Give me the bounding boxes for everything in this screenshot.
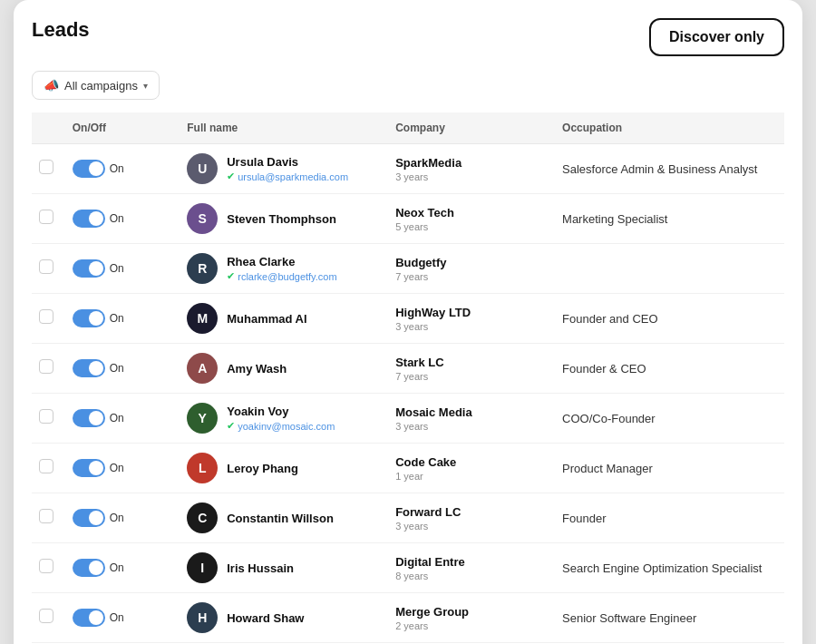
row-checkbox[interactable] [39, 160, 53, 174]
col-occupation: Occupation [555, 112, 784, 144]
name-info: Leroy Phang [227, 462, 298, 475]
toggle-label: On [110, 312, 124, 325]
occupation: Founder and CEO [555, 294, 784, 344]
full-name: Rhea Clarke [227, 255, 336, 268]
email-text: ✔ ursula@sparkmedia.com [227, 171, 348, 182]
table-row: On Y Yoakin Voy ✔ yoakinv@mosaic.com Mos… [32, 394, 784, 444]
avatar: Y [187, 403, 218, 434]
chevron-down-icon: ▾ [143, 81, 148, 91]
table-row: On C Constantin Willson Forward LC 3 yea… [32, 493, 784, 543]
company-years: 3 years [395, 171, 548, 182]
occupation [555, 244, 784, 294]
full-name: Iris Hussain [227, 561, 294, 575]
company-years: 3 years [395, 521, 548, 532]
toggle-switch[interactable] [73, 210, 105, 228]
toggle-label: On [110, 512, 124, 524]
full-name: Leroy Phang [227, 462, 298, 475]
name-cell: C Constantin Willson [187, 503, 381, 533]
table-row: On A Amy Wash Stark LC 7 years Founder &… [32, 344, 784, 394]
email-text: ✔ yoakinv@mosaic.com [227, 420, 335, 432]
company-years: 3 years [395, 321, 548, 332]
email-address: rclarke@budgetfy.com [238, 271, 336, 282]
table-row: On M Muhammad Al HighWay LTD 3 years Fou… [32, 294, 784, 344]
toggle-switch[interactable] [73, 609, 105, 627]
col-onoff: On/Off [65, 112, 180, 144]
toggle-switch[interactable] [73, 409, 105, 427]
col-fullname: Full name [180, 112, 388, 144]
company-cell: HighWay LTD 3 years [395, 306, 548, 332]
toggle-wrap: On [73, 210, 172, 228]
table-row: On I Iris Hussain Digital Entre 8 years … [32, 543, 784, 593]
verified-icon: ✔ [227, 171, 235, 182]
toggle-wrap: On [73, 559, 172, 577]
name-cell: H Howard Shaw [187, 602, 381, 633]
occupation: Senior Software Engineer [555, 593, 784, 643]
row-checkbox[interactable] [39, 359, 53, 374]
toggle-switch[interactable] [73, 459, 105, 477]
name-cell: U Ursula Davis ✔ ursula@sparkmedia.com [187, 153, 381, 184]
company-years: 5 years [395, 221, 548, 232]
full-name: Amy Wash [227, 362, 287, 376]
company-name: Stark LC [395, 356, 548, 369]
campaigns-label: All campaigns [64, 79, 138, 93]
full-name: Constantin Willson [227, 512, 334, 525]
company-cell: Code Cake 1 year [395, 455, 548, 482]
row-checkbox[interactable] [39, 210, 53, 224]
row-checkbox[interactable] [39, 609, 53, 623]
name-cell: I Iris Hussain [187, 552, 381, 583]
row-checkbox[interactable] [39, 559, 53, 573]
name-info: Rhea Clarke ✔ rclarke@budgetfy.com [227, 255, 336, 282]
toggle-switch[interactable] [73, 259, 105, 278]
discover-only-button[interactable]: Discover only [649, 18, 784, 56]
campaigns-filter-button[interactable]: 📣 All campaigns ▾ [32, 71, 160, 100]
row-checkbox[interactable] [39, 259, 53, 274]
avatar: L [187, 453, 218, 483]
toggle-wrap: On [73, 359, 172, 377]
email-address: yoakinv@mosaic.com [238, 421, 335, 432]
name-cell: L Leroy Phang [187, 453, 381, 483]
company-name: Code Cake [395, 455, 548, 469]
toggle-switch[interactable] [73, 559, 105, 577]
row-checkbox[interactable] [39, 459, 53, 473]
toggle-switch[interactable] [73, 509, 105, 527]
company-cell: Mosaic Media 3 years [395, 405, 548, 432]
company-name: HighWay LTD [395, 306, 548, 319]
toggle-label: On [110, 362, 124, 375]
name-cell: M Muhammad Al [187, 303, 381, 334]
avatar: I [187, 552, 218, 583]
row-checkbox[interactable] [39, 409, 53, 424]
page-title: Leads [32, 18, 90, 42]
toggle-switch[interactable] [73, 309, 105, 327]
leads-table: On/Off Full name Company Occupation On U… [32, 112, 784, 644]
verified-icon: ✔ [227, 270, 235, 282]
toggle-label: On [110, 611, 124, 624]
company-name: SparkMedia [395, 156, 548, 170]
table-row: On U Ursula Davis ✔ ursula@sparkmedia.co… [32, 144, 784, 194]
toggle-switch[interactable] [73, 359, 105, 377]
col-checkbox [32, 112, 65, 144]
company-years: 8 years [395, 571, 548, 581]
full-name: Howard Shaw [227, 611, 304, 625]
name-info: Amy Wash [227, 362, 287, 376]
avatar: S [187, 203, 218, 234]
name-info: Ursula Davis ✔ ursula@sparkmedia.com [227, 155, 348, 182]
row-checkbox[interactable] [39, 309, 53, 324]
page-header: Leads Discover only [32, 18, 784, 56]
company-name: Forward LC [395, 505, 548, 519]
company-name: Merge Group [395, 605, 548, 619]
table-row: On S Steven Thomphson Neox Tech 5 years … [32, 194, 784, 244]
avatar: C [187, 503, 218, 533]
toggle-wrap: On [73, 309, 172, 327]
row-checkbox[interactable] [39, 509, 53, 523]
name-info: Yoakin Voy ✔ yoakinv@mosaic.com [227, 405, 335, 432]
toggle-label: On [110, 162, 124, 175]
email-text: ✔ rclarke@budgetfy.com [227, 270, 336, 282]
toggle-wrap: On [73, 160, 172, 178]
company-cell: Neox Tech 5 years [395, 206, 548, 232]
toggle-switch[interactable] [73, 160, 105, 178]
company-name: Mosaic Media [395, 405, 548, 419]
occupation: COO/Co-Founder [555, 394, 784, 444]
occupation: Founder [555, 493, 784, 543]
full-name: Steven Thomphson [227, 212, 336, 226]
name-cell: A Amy Wash [187, 353, 381, 384]
